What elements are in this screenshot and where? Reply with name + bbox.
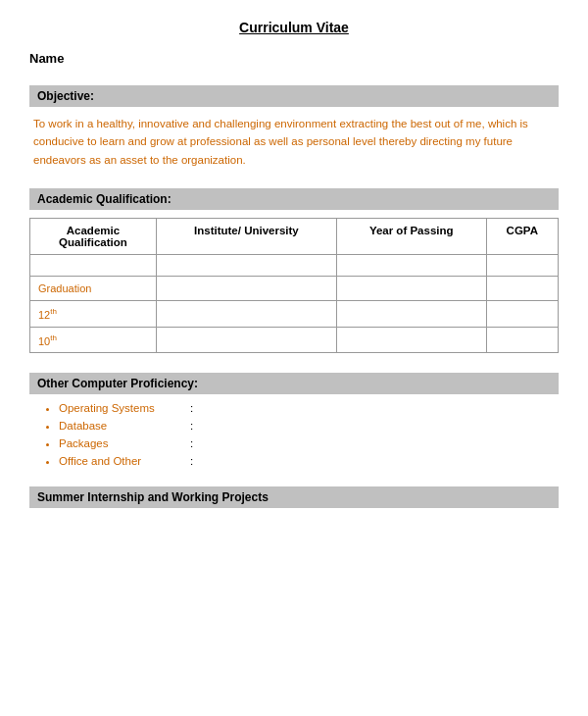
list-item: Operating Systems :	[59, 402, 559, 414]
cell-empty	[336, 327, 486, 353]
cell-empty	[486, 301, 558, 328]
cell-empty	[336, 277, 486, 301]
cell-empty	[486, 255, 558, 277]
proficiency-label: Operating Systems	[59, 402, 186, 414]
cell-empty	[336, 301, 486, 328]
cell-empty	[30, 255, 157, 277]
academic-table: AcademicQualification Institute/ Univers…	[29, 218, 559, 353]
cell-empty	[486, 327, 558, 353]
cell-empty	[156, 255, 336, 277]
academic-section: Academic Qualification: AcademicQualific…	[29, 188, 559, 353]
objective-header: Objective:	[29, 85, 559, 107]
cell-empty	[156, 301, 336, 328]
internship-section: Summer Internship and Working Projects	[29, 486, 559, 508]
cell-empty	[156, 327, 336, 353]
computer-section: Other Computer Proficiency: Operating Sy…	[29, 373, 559, 467]
table-row	[30, 255, 559, 277]
col-institute: Institute/ University	[156, 219, 336, 255]
proficiency-colon: :	[190, 437, 193, 449]
proficiency-label: Database	[59, 420, 186, 432]
proficiency-list: Operating Systems : Database : Packages …	[29, 402, 559, 467]
proficiency-label: Packages	[59, 437, 186, 449]
col-academic-qualification: AcademicQualification	[30, 219, 157, 255]
table-row-12th: 12th	[30, 301, 559, 328]
table-row-graduation: Graduation	[30, 277, 559, 301]
proficiency-colon: :	[190, 455, 193, 467]
name-section: Name	[29, 51, 559, 66]
cell-10th: 10th	[30, 327, 157, 353]
list-item: Office and Other :	[59, 455, 559, 467]
cell-empty	[156, 277, 336, 301]
cell-empty	[486, 277, 558, 301]
page-title: Curriculum Vitae	[29, 20, 559, 35]
objective-text: To work in a healthy, innovative and cha…	[29, 115, 559, 169]
cell-12th: 12th	[30, 301, 157, 328]
cell-empty	[336, 255, 486, 277]
academic-header: Academic Qualification:	[29, 188, 559, 210]
internship-header: Summer Internship and Working Projects	[29, 486, 559, 508]
table-row-10th: 10th	[30, 327, 559, 353]
col-year-passing: Year of Passing	[336, 219, 486, 255]
proficiency-label: Office and Other	[59, 455, 186, 467]
proficiency-colon: :	[190, 402, 193, 414]
col-cgpa: CGPA	[486, 219, 558, 255]
list-item: Packages :	[59, 437, 559, 449]
list-item: Database :	[59, 420, 559, 432]
objective-section: Objective: To work in a healthy, innovat…	[29, 85, 559, 169]
proficiency-colon: :	[190, 420, 193, 432]
cell-graduation: Graduation	[30, 277, 157, 301]
computer-header: Other Computer Proficiency:	[29, 373, 559, 394]
